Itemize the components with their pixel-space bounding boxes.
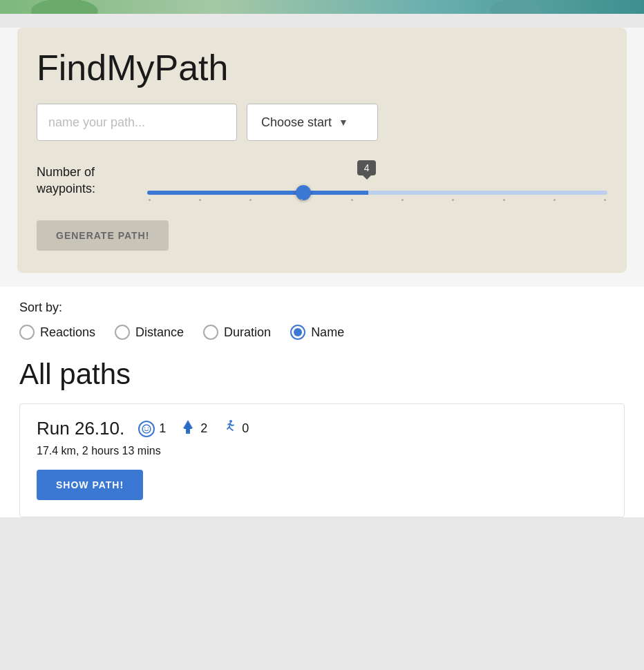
tree-icon: [180, 419, 196, 439]
sort-reactions-label: Reactions: [40, 325, 95, 340]
svg-point-1: [144, 427, 146, 428]
chevron-down-icon: ▼: [339, 117, 348, 128]
sort-radio-group: Reactions Distance Duration Name: [19, 325, 625, 340]
waypoints-section: Number of waypoints: 4: [37, 160, 607, 201]
bottom-area: Sort by: Reactions Distance Duration Nam…: [0, 287, 644, 517]
sort-section: Sort by: Reactions Distance Duration Nam…: [0, 287, 644, 347]
tick-10: [604, 199, 606, 201]
tick-3: [249, 199, 252, 201]
runners-count: 0: [242, 421, 249, 436]
map-background: [0, 0, 644, 14]
waypoints-label: Number of waypoints:: [37, 164, 147, 197]
tick-2: [199, 199, 201, 201]
sort-option-distance[interactable]: Distance: [115, 325, 184, 340]
choose-start-label: Choose start: [261, 115, 332, 130]
all-paths-title: All paths: [19, 358, 625, 391]
all-paths-section: All paths Run 26.10.: [0, 347, 644, 517]
tick-7: [452, 199, 454, 201]
sort-option-reactions[interactable]: Reactions: [19, 325, 95, 340]
trees-count: 2: [200, 421, 207, 436]
sort-option-name[interactable]: Name: [290, 325, 344, 340]
app-title: FindMyPath: [37, 47, 607, 88]
tick-5: [351, 199, 353, 201]
svg-point-2: [148, 427, 149, 428]
show-path-button[interactable]: SHOW PATH!: [37, 470, 143, 500]
stat-trees: 2: [180, 419, 207, 439]
path-stats: 1 2: [138, 419, 249, 439]
svg-marker-4: [184, 422, 192, 432]
sort-option-duration[interactable]: Duration: [203, 325, 271, 340]
sort-distance-label: Distance: [135, 325, 184, 340]
path-name-input[interactable]: [37, 104, 237, 141]
path-name: Run 26.10.: [37, 418, 124, 439]
slider-tooltip: 4: [357, 160, 377, 175]
radio-name[interactable]: [290, 325, 305, 340]
choose-start-button[interactable]: Choose start ▼: [247, 104, 378, 141]
sort-label: Sort by:: [19, 300, 625, 315]
path-generator-card: FindMyPath Choose start ▼ Number of wayp…: [17, 28, 627, 273]
stat-runners: 0: [221, 419, 249, 439]
sort-duration-label: Duration: [224, 325, 271, 340]
tick-4: [301, 199, 303, 201]
radio-duration[interactable]: [203, 325, 218, 340]
tick-9: [553, 199, 556, 201]
tick-1: [149, 199, 151, 201]
runner-icon: [221, 419, 238, 439]
sort-name-label: Name: [311, 325, 344, 340]
svg-point-5: [229, 420, 232, 423]
generate-path-button[interactable]: GENERATE PATH!: [37, 220, 169, 251]
input-row: Choose start ▼: [37, 104, 607, 141]
stat-reactions: 1: [138, 421, 166, 437]
path-card: Run 26.10.: [19, 403, 625, 517]
tick-6: [401, 199, 404, 201]
waypoints-slider[interactable]: [147, 191, 607, 195]
path-distance: 17.4 km, 2 hours 13 mins: [37, 445, 607, 457]
radio-reactions[interactable]: [19, 325, 35, 340]
tick-8: [503, 199, 505, 201]
svg-point-0: [142, 425, 151, 433]
slider-container: 4: [147, 160, 607, 201]
radio-distance[interactable]: [115, 325, 130, 340]
smiley-icon: [138, 421, 155, 437]
reactions-count: 1: [159, 421, 166, 436]
path-card-header: Run 26.10.: [37, 418, 607, 439]
